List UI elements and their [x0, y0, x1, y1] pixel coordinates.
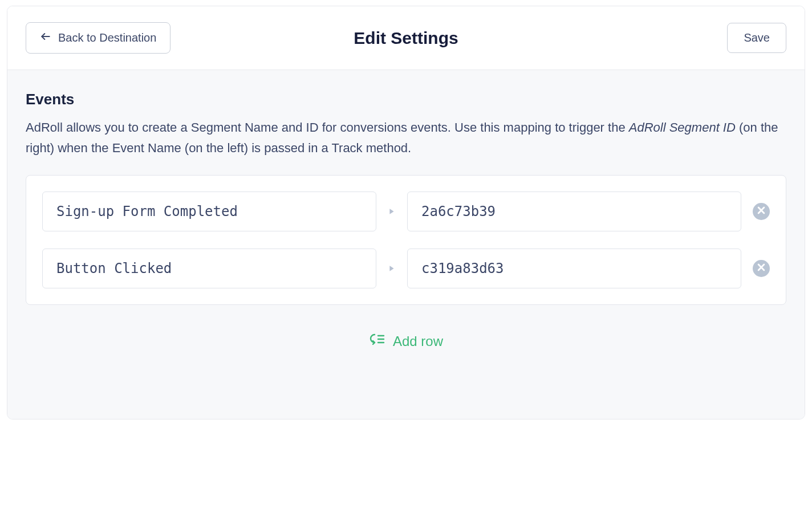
- arrow-left-icon: [40, 31, 51, 45]
- back-button-label: Back to Destination: [58, 31, 156, 44]
- header-bar: Back to Destination Edit Settings Save: [7, 6, 805, 70]
- close-icon: [757, 263, 765, 273]
- mapping-row: [42, 249, 770, 288]
- section-description: AdRoll allows you to create a Segment Na…: [26, 117, 786, 159]
- save-button[interactable]: Save: [727, 23, 786, 53]
- svg-marker-4: [389, 266, 393, 271]
- content-area: Events AdRoll allows you to create a Seg…: [7, 70, 805, 419]
- event-name-input[interactable]: [42, 192, 376, 231]
- close-icon: [757, 206, 765, 216]
- add-row-label: Add row: [393, 333, 443, 349]
- event-name-input[interactable]: [42, 249, 376, 288]
- svg-marker-1: [389, 209, 393, 214]
- description-prefix: AdRoll allows you to create a Segment Na…: [26, 120, 629, 135]
- add-row-icon: [369, 333, 385, 350]
- description-italic: AdRoll Segment ID: [629, 120, 736, 135]
- arrow-right-icon: [388, 207, 396, 215]
- arrow-right-icon: [388, 264, 396, 272]
- page-title: Edit Settings: [354, 28, 458, 48]
- remove-row-button[interactable]: [753, 203, 770, 220]
- settings-panel: Back to Destination Edit Settings Save E…: [7, 6, 805, 420]
- segment-id-input[interactable]: [407, 192, 741, 231]
- add-row-button[interactable]: Add row: [26, 332, 786, 351]
- mapping-row: [42, 192, 770, 231]
- section-title: Events: [26, 91, 786, 108]
- back-button[interactable]: Back to Destination: [26, 22, 170, 54]
- segment-id-input[interactable]: [407, 249, 741, 288]
- mapping-card: [26, 175, 786, 305]
- remove-row-button[interactable]: [753, 260, 770, 277]
